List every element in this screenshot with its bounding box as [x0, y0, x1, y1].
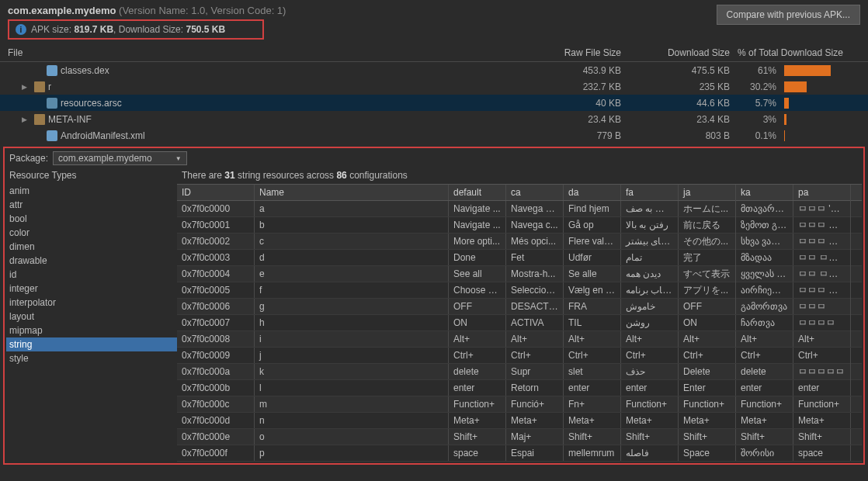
col-header[interactable]: default: [449, 185, 506, 200]
res-value: Function+: [449, 396, 506, 412]
percent: 61%: [730, 65, 776, 76]
res-value: Navega a...: [506, 201, 564, 216]
file-row[interactable]: resources.arsc40 KB44.6 KB5.7%: [0, 95, 868, 111]
res-value: Alt+: [621, 331, 679, 347]
folder-icon: [34, 114, 45, 125]
res-value: گزینه‌های بیشتر: [621, 234, 679, 249]
res-value: Meta+: [506, 413, 564, 428]
compare-apk-button[interactable]: Compare with previous APK...: [717, 5, 860, 25]
col-header[interactable]: da: [564, 185, 621, 200]
resource-row[interactable]: 0x7f0c0008iAlt+Alt+Alt+Alt+Alt+Alt+Alt+: [177, 331, 862, 348]
resource-type-dimen[interactable]: dimen: [6, 240, 177, 254]
res-name: m: [255, 396, 449, 412]
res-value: mellemrum: [564, 445, 621, 461]
resource-row[interactable]: 0x7f0c000akdeleteSuprsletحذفDeletedelete…: [177, 364, 862, 380]
download-size: 475.5 KB: [621, 65, 730, 76]
res-value: Shift+: [564, 429, 621, 445]
res-value: Meta+: [449, 413, 506, 428]
resource-type-style[interactable]: style: [6, 351, 177, 365]
resource-type-layout[interactable]: layout: [6, 310, 177, 324]
res-value: Fet: [506, 250, 564, 265]
file-row[interactable]: classes.dex453.9 KB475.5 KB61%: [0, 62, 868, 78]
raw-size: 232.7 KB: [489, 81, 621, 92]
file-row[interactable]: AndroidManifest.xml779 B803 B0.1%: [0, 127, 868, 144]
res-value: دیدن همه: [621, 266, 679, 282]
expand-arrow-icon[interactable]: ▶: [22, 83, 31, 91]
res-name: p: [255, 445, 449, 461]
res-value: აირჩიეთ ა...: [736, 282, 793, 298]
resource-type-bool[interactable]: bool: [6, 212, 177, 226]
resource-type-string[interactable]: string: [6, 337, 177, 351]
resource-type-color[interactable]: color: [6, 226, 177, 240]
resource-type-mipmap[interactable]: mipmap: [6, 324, 177, 337]
resource-row[interactable]: 0x7f0c0003dDoneFetUdførتمام完了მზადააㅁㅁ ㅁㅁ…: [177, 250, 862, 266]
res-value: Maj+: [506, 429, 564, 445]
res-value: Se alle: [564, 266, 621, 282]
res-value: Funció+: [506, 396, 564, 412]
res-name: j: [255, 348, 449, 363]
raw-size: 23.4 KB: [489, 114, 621, 125]
file-name: META-INF: [48, 114, 92, 125]
col-header[interactable]: ca: [506, 185, 564, 200]
file-row[interactable]: ▶r232.7 KB235 KB30.2%: [0, 78, 868, 95]
resource-row[interactable]: 0x7f0c0004eSee allMostra-h...Se alleدیدن…: [177, 266, 862, 282]
col-header[interactable]: fa: [621, 185, 679, 200]
res-value: Function+: [736, 396, 793, 412]
resource-type-anim[interactable]: anim: [6, 184, 177, 198]
res-name: b: [255, 217, 449, 233]
resource-type-attr[interactable]: attr: [6, 198, 177, 212]
res-value: پیمایش به صف...: [621, 201, 679, 216]
res-name: f: [255, 282, 449, 298]
resource-type-id[interactable]: id: [6, 268, 177, 282]
res-value: ㅁㅁㅁ: [793, 298, 851, 316]
res-value: Mostra-h...: [506, 266, 564, 282]
resource-row[interactable]: 0x7f0c000cmFunction+Funció+Fn+Function+F…: [177, 396, 862, 413]
col-header[interactable]: pa: [793, 185, 851, 200]
res-name: c: [255, 234, 449, 249]
file-row[interactable]: ▶META-INF23.4 KB23.4 KB3%: [0, 111, 868, 127]
res-name: g: [255, 299, 449, 314]
res-value: 前に戻る: [679, 216, 736, 234]
res-value: DESACTIVA: [506, 299, 564, 314]
resource-row[interactable]: 0x7f0c0006gOFFDESACTIVAFRAخاموشOFFგამორთ…: [177, 299, 862, 315]
version-info: (Version Name: 1.0, Version Code: 1): [119, 5, 286, 16]
info-icon: i: [16, 24, 26, 35]
res-value: Ctrl+: [449, 348, 506, 363]
res-name: d: [255, 250, 449, 265]
res-value: انتخاب برنامه: [621, 282, 679, 298]
col-header[interactable]: ID: [177, 185, 255, 200]
resource-row[interactable]: 0x7f0c000blenterRetornenterenterEnterent…: [177, 380, 862, 396]
res-value: Function+: [679, 396, 736, 412]
resource-row[interactable]: 0x7f0c000eoShift+Maj+Shift+Shift+Shift+S…: [177, 429, 862, 445]
res-value: ACTIVA: [506, 315, 564, 330]
resource-row[interactable]: 0x7f0c0000aNavigate ...Navega a...Find h…: [177, 201, 862, 217]
resource-row[interactable]: 0x7f0c0005fChoose a...Seleccion...Vælg e…: [177, 282, 862, 299]
expand-arrow-icon[interactable]: ▶: [22, 116, 31, 123]
resource-row[interactable]: 0x7f0c0001bNavigate ...Navega c...Gå opر…: [177, 217, 862, 234]
res-value: Alt+: [506, 331, 564, 347]
res-value: Ctrl+: [564, 348, 621, 363]
col-header[interactable]: ka: [736, 185, 793, 200]
resource-row[interactable]: 0x7f0c0007hONACTIVATILروشنONჩართვაㅁㅁㅁㅁ: [177, 315, 862, 331]
resource-type-integer[interactable]: integer: [6, 282, 177, 296]
res-id: 0x7f0c0008: [177, 331, 255, 347]
res-id: 0x7f0c0000: [177, 201, 255, 216]
resource-row[interactable]: 0x7f0c0009jCtrl+Ctrl+Ctrl+Ctrl+Ctrl+Ctrl…: [177, 348, 862, 364]
resource-row[interactable]: 0x7f0c000dnMeta+Meta+Meta+Meta+Meta+Meta…: [177, 413, 862, 429]
res-value: Meta+: [679, 413, 736, 428]
package-dropdown[interactable]: com.example.mydemo ▼: [53, 151, 187, 165]
res-id: 0x7f0c0002: [177, 234, 255, 249]
col-header[interactable]: ja: [679, 185, 736, 200]
file-name: classes.dex: [61, 65, 109, 76]
resource-type-drawable[interactable]: drawable: [6, 254, 177, 268]
col-header[interactable]: Name: [255, 185, 449, 200]
res-value: ㅁㅁㅁ ㅁㅁㅁㅁ: [793, 233, 851, 251]
res-value: Meta+: [621, 413, 679, 428]
res-value: رفتن به بالا: [621, 217, 679, 233]
res-value: See all: [449, 266, 506, 282]
resource-type-interpolator[interactable]: interpolator: [6, 296, 177, 310]
res-id: 0x7f0c0003: [177, 250, 255, 265]
resource-row[interactable]: 0x7f0c0002cMore opti...Més opci...Flere …: [177, 234, 862, 250]
res-value: روشن: [621, 315, 679, 330]
resource-row[interactable]: 0x7f0c000fpspaceEspaimellemrumفاصلهSpace…: [177, 445, 862, 462]
